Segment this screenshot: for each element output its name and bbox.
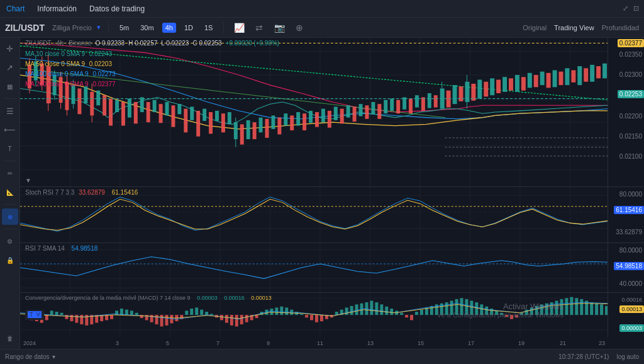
svg-rect-79 [277, 118, 281, 135]
svg-rect-262 [410, 315, 413, 320]
tool-sep4 [4, 229, 16, 229]
tool-sep2 [4, 161, 16, 161]
svg-rect-121 [521, 77, 526, 90]
symbol[interactable]: ZIL/USDT [5, 23, 45, 33]
svg-rect-60 [171, 105, 175, 127]
stoch-33: 33.62879 [614, 228, 644, 236]
svg-rect-43 [77, 88, 81, 114]
stoch-panel[interactable]: Stoch RSI 7 7 3 3 33.62879 61.15416 [20, 187, 644, 243]
trendline-tool[interactable]: ↗ [2, 59, 18, 76]
svg-rect-261 [405, 315, 408, 317]
svg-rect-83 [303, 113, 306, 130]
svg-rect-206 [130, 310, 133, 315]
fullscreen-icon[interactable]: ⊡ [633, 4, 639, 13]
svg-rect-103 [428, 93, 431, 108]
svg-rect-293 [565, 298, 568, 315]
svg-rect-193 [65, 315, 69, 319]
tf-5m[interactable]: 5m [116, 23, 132, 33]
main-chart-content[interactable]: ZILUSDT · 4h · Binance O 0.02233 H 0.022… [20, 38, 608, 186]
svg-rect-56 [147, 102, 150, 122]
view-depth[interactable]: Profundidad [602, 24, 639, 31]
zoom-tool[interactable]: ⊕ [2, 208, 18, 225]
x-label-21: 21 [560, 340, 566, 346]
svg-rect-85 [315, 112, 319, 127]
svg-rect-228 [240, 315, 243, 324]
svg-rect-214 [170, 315, 173, 323]
dropdown-icon[interactable]: ▾ [97, 23, 101, 31]
line-chart-icon[interactable]: 📈 [231, 20, 247, 35]
svg-rect-211 [155, 315, 158, 324]
ohlc-close: C 0.02253 [192, 40, 221, 47]
svg-rect-192 [60, 313, 64, 315]
add-indicator-icon[interactable]: ⊕ [292, 20, 307, 35]
text-tool[interactable]: T [2, 140, 18, 157]
ma50-legend: MA 50 close 0 SMA 9 0.02203 [25, 59, 116, 69]
hline-tool[interactable]: ☰ [2, 103, 18, 119]
channel-tool[interactable]: ▦ [2, 78, 18, 94]
svg-rect-220 [200, 310, 203, 315]
menu-info[interactable]: Información [36, 2, 78, 16]
svg-rect-229 [245, 315, 248, 322]
lock-tool[interactable]: 🔒 [2, 252, 18, 268]
svg-rect-117 [496, 80, 501, 93]
ticker-label: ZILUSDT · 4h · Binance [25, 40, 91, 47]
main-chart-panel[interactable]: ZILUSDT · 4h · Binance O 0.02233 H 0.022… [20, 38, 644, 187]
ma100-legend: MA 100 close 0 SMA 9 0.02273 [25, 69, 116, 79]
header-right: Original Trading View Profundidad [523, 24, 639, 31]
svg-rect-55 [140, 97, 144, 112]
main-area: ✛ ↗ ▦ ☰ ⟵ T ✏ 📐 ⊕ ⚙ 🔒 🗑 ZILUSDT · 4h · B… [0, 38, 644, 349]
svg-rect-54 [134, 102, 138, 123]
tf-30m[interactable]: 30m [137, 23, 157, 33]
svg-rect-67 [215, 111, 219, 121]
svg-rect-204 [120, 309, 123, 315]
svg-rect-95 [377, 104, 381, 119]
svg-rect-205 [125, 310, 128, 315]
macd-panel[interactable]: Convergencia/divergencia de la media móv… [20, 293, 644, 338]
rsi-panel[interactable]: RSI 7 SMA 14 54.98518 [20, 243, 644, 293]
svg-rect-129 [571, 71, 575, 82]
expand-icon[interactable]: ⤢ [623, 4, 628, 13]
svg-rect-81 [290, 115, 294, 130]
macd-chart-content[interactable]: Convergencia/divergencia de la media móv… [20, 293, 608, 338]
rsi-label: RSI 7 SMA 14 54.98518 [25, 245, 100, 252]
svg-rect-298 [590, 302, 593, 315]
macd-0.00003: 0.00003 [619, 324, 644, 332]
menu-trading-data[interactable]: Datos de trading [88, 2, 146, 16]
view-original[interactable]: Original [523, 24, 547, 31]
draw-tool[interactable]: ✏ [2, 165, 18, 181]
arrow-tool[interactable]: ⟵ [2, 122, 18, 138]
measure-tool[interactable]: 📐 [2, 184, 18, 200]
ohlc-open: O 0.02233 [95, 40, 125, 47]
time-display: 10:37:28 (UTC+1) [558, 353, 609, 360]
trash-tool[interactable]: 🗑 [2, 330, 18, 346]
tf-1d[interactable]: 1D [181, 23, 196, 33]
svg-rect-132 [590, 65, 594, 82]
svg-rect-109 [459, 86, 464, 101]
range-selector[interactable]: Rango de datos ▾ [5, 353, 55, 360]
ohlc-change: +0.00020 (+0.90%) [226, 40, 280, 47]
menu-chart[interactable]: Chart [5, 2, 26, 16]
price-0.02300: 0.02300 [618, 71, 644, 79]
price-0.02100: 0.02100 [618, 152, 644, 161]
svg-rect-73 [240, 124, 244, 144]
snapshot-icon[interactable]: 📷 [272, 20, 287, 35]
svg-rect-240 [300, 314, 303, 315]
svg-rect-99 [402, 97, 406, 109]
tf-1s[interactable]: 1S [201, 23, 216, 33]
x-label-13: 13 [367, 340, 374, 346]
ohlc-high: H 0.02257 [128, 40, 157, 47]
crosshair-tool[interactable]: ✛ [2, 40, 18, 57]
compare-icon[interactable]: ⇄ [252, 20, 267, 35]
svg-rect-212 [160, 315, 164, 326]
rsi-chart-content[interactable]: RSI 7 SMA 14 54.98518 [20, 243, 608, 292]
stoch-80: 80.0000 [618, 190, 644, 198]
view-trading[interactable]: Trading View [554, 24, 594, 31]
svg-rect-119 [509, 78, 513, 90]
stoch-chart-content[interactable]: Stoch RSI 7 7 3 3 33.62879 61.15416 [20, 187, 608, 242]
svg-rect-218 [190, 309, 193, 315]
tf-4h[interactable]: 4h [162, 23, 176, 33]
svg-rect-97 [390, 99, 394, 111]
settings-tool[interactable]: ⚙ [2, 233, 18, 249]
top-menu: Chart Información Datos de trading ⤢ ⊡ [0, 0, 644, 18]
x-label-9: 9 [267, 340, 270, 346]
